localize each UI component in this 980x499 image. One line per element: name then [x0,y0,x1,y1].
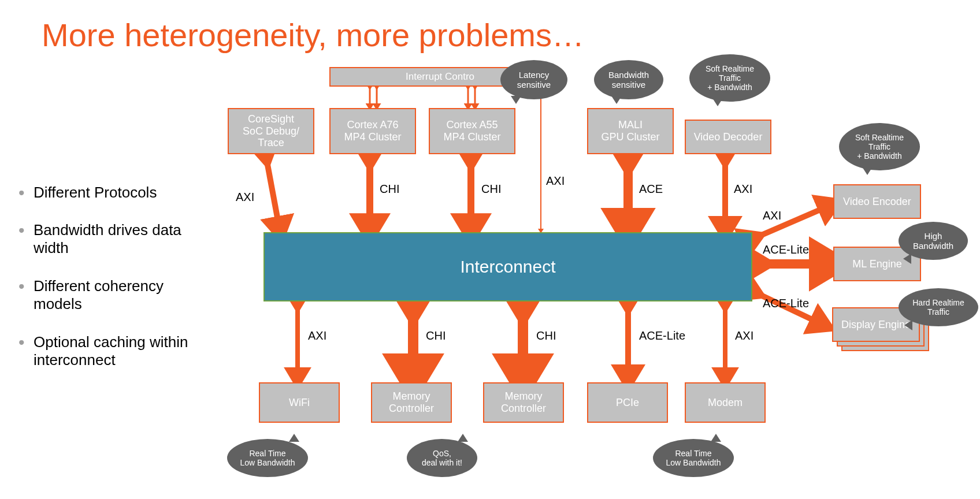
bullet-dot: • [18,222,25,239]
label: Hard Realtime Traffic [912,298,964,316]
block-memory-controller-2: Memory Controller [483,382,564,423]
label-axi: AXI [308,329,326,342]
label-axi: AXI [735,329,753,342]
label: PCIe [616,397,639,409]
bubble-tail [289,434,299,442]
label-chi: CHI [380,183,399,196]
label-ace-lite: ACE-Lite [639,329,685,342]
block-wifi: WiFi [259,382,340,423]
bullet-dot: • [18,278,25,295]
label-chi: CHI [536,329,556,342]
label-ace: ACE [639,183,663,196]
label-axi: AXI [763,209,781,222]
label: Modem [708,397,743,409]
label: QoS, deal with it! [422,449,462,467]
label: Real Time Low Bandwidth [240,449,295,467]
label: Real Time Low Bandwidth [666,449,721,467]
label: Interconnect [460,257,555,277]
label: CoreSight SoC Debug/ Trace [243,113,299,149]
label: Cortex A76 MP4 Cluster [344,119,401,143]
block-interconnect: Interconnect [263,232,752,301]
label-chi: CHI [426,329,446,342]
block-cortex-a76: Cortex A76 MP4 Cluster [329,108,416,154]
label: Soft Realtime Traffic + Bandwidth [706,64,754,92]
label: Memory Controller [501,390,546,414]
label: ML Engine [852,258,901,270]
bullet-1: Different Protocols [34,184,213,202]
label: Display Engine [841,319,911,331]
bubble-bandwidth-sensitive: Bandwidth sensitive [594,60,663,99]
block-modem: Modem [685,382,766,423]
slide-title: More heterogeneity, more problems… [42,16,584,54]
bubble-tail [511,96,521,104]
label: Latency sensitive [517,70,551,90]
label: Video Encoder [843,196,911,208]
label-axi: AXI [734,183,752,196]
bullet-dot: • [18,334,25,351]
bullet-2: Bandwidth drives data width [34,221,213,256]
block-memory-controller-1: Memory Controller [371,382,452,423]
bubble-tail [458,434,468,442]
label-ace-lite: ACE-Lite [763,297,809,310]
bubble-soft-realtime-1: Soft Realtime Traffic + Bandwidth [689,54,770,102]
label: Soft Realtime Traffic + Bandwidth [855,133,904,161]
label: WiFi [289,397,310,409]
label: Interrupt Contro [406,71,474,83]
bubble-tail [712,98,723,106]
bubble-tail [904,320,912,330]
bubble-tail [903,254,911,264]
block-coresight: CoreSight SoC Debug/ Trace [228,108,314,154]
bubble-realtime-low-bw-2: Real Time Low Bandwidth [653,439,734,477]
label: Video Decoder [694,131,763,143]
bubble-latency-sensitive: Latency sensitive [500,60,567,99]
label: Memory Controller [389,390,434,414]
label-axi: AXI [546,174,565,188]
block-video-decoder: Video Decoder [685,120,771,154]
bubble-realtime-low-bw-1: Real Time Low Bandwidth [227,439,308,477]
label-chi: CHI [481,183,501,196]
label: MALI GPU Cluster [601,119,659,143]
label-axi: AXI [236,191,254,204]
bullet-dot: • [18,184,25,202]
bubble-soft-realtime-2: Soft Realtime Traffic + Bandwidth [839,123,920,170]
label: Bandwidth sensitive [608,70,649,90]
block-video-encoder: Video Encoder [833,184,921,219]
bubble-tail [862,167,873,175]
block-pcie: PCIe [587,382,668,423]
label-ace-lite: ACE-Lite [763,243,809,256]
svg-line-5 [266,155,280,230]
bubble-tail [611,96,622,104]
block-mali-gpu: MALI GPU Cluster [587,108,674,154]
bullet-4: Optional caching within interconnect [34,333,213,368]
bubble-qos: QoS, deal with it! [407,439,477,477]
bullet-3: Different coherency models [34,277,213,312]
bubble-tail [711,434,721,442]
label: Cortex A55 MP4 Cluster [443,119,500,143]
block-cortex-a55: Cortex A55 MP4 Cluster [429,108,515,154]
label: High Bandwidth [913,231,953,251]
